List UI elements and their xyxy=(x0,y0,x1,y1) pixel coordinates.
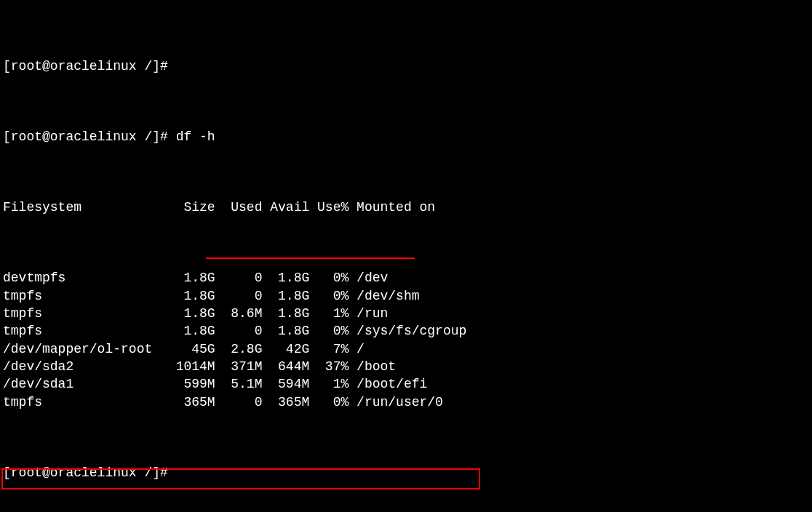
table-row: /dev/mapper/ol-root 45G 2.8G 42G 7% / xyxy=(3,340,809,358)
prompt: [root@oraclelinux /]# xyxy=(3,129,168,144)
prompt-line: [root@oraclelinux /]# xyxy=(3,464,809,481)
df-header-1: Filesystem Size Used Avail Use% Mounted … xyxy=(3,199,809,216)
prompt-line: [root@oraclelinux /]# xyxy=(3,57,809,75)
prompt: [root@oraclelinux /]# xyxy=(3,59,168,73)
table-row: tmpfs 1.8G 0 1.8G 0% /dev/shm xyxy=(3,287,809,305)
table-row: tmpfs 1.8G 0 1.8G 0% /sys/fs/cgroup xyxy=(3,322,809,340)
df-output-1: devtmpfs 1.8G 0 1.8G 0% /devtmpfs 1.8G 0… xyxy=(3,269,809,410)
prompt: [root@oraclelinux /]# xyxy=(3,465,168,480)
table-row: tmpfs 365M 0 365M 0% /run/user/0 xyxy=(3,393,809,411)
command-text: df -h xyxy=(176,129,215,144)
table-row: tmpfs 1.8G 8.6M 1.8G 1% /run xyxy=(3,305,809,322)
table-row: devtmpfs 1.8G 0 1.8G 0% /dev xyxy=(3,269,809,287)
highlight-underline xyxy=(206,257,415,259)
table-row: /dev/sda1 599M 5.1M 594M 1% /boot/efi xyxy=(3,375,809,393)
cmd-line-df-1: [root@oraclelinux /]# df -h xyxy=(3,128,809,145)
terminal-area[interactable]: [root@oraclelinux /]# [root@oraclelinux … xyxy=(0,0,812,512)
table-row: /dev/sda2 1014M 371M 644M 37% /boot xyxy=(3,358,809,375)
